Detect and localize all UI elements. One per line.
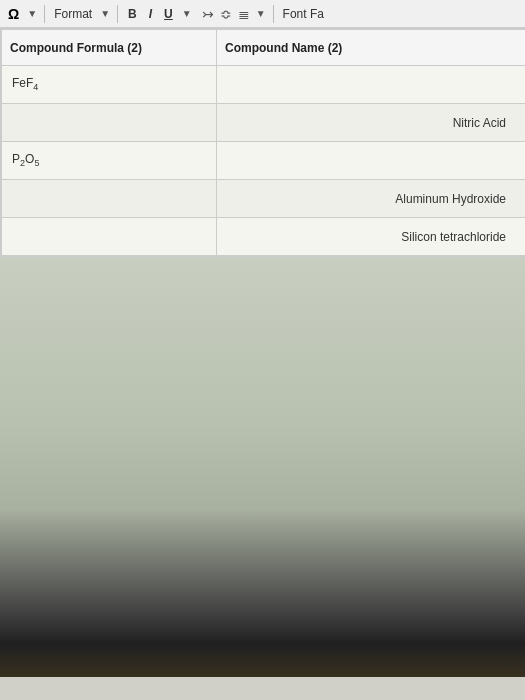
table-row: FeF4 [2, 66, 526, 104]
underline-button[interactable]: U [159, 6, 178, 22]
align-group: ↣ ≎ ≣ ▼ [200, 6, 268, 22]
toolbar: Ω ▼ Format ▼ B I U ▼ ↣ ≎ ≣ ▼ Font Fa [0, 0, 525, 28]
name-cell-1[interactable] [217, 66, 526, 104]
name-cell-2[interactable]: Nitric Acid [217, 104, 526, 142]
col-name-header[interactable]: Compound Name (2) [217, 30, 526, 66]
toolbar-divider-3 [273, 5, 274, 23]
format-label: Format [50, 7, 96, 21]
text-format-arrow[interactable]: ▼ [180, 8, 194, 19]
align-dropdown-arrow[interactable]: ▼ [254, 8, 268, 19]
table-row: Aluminum Hydroxide [2, 180, 526, 218]
toolbar-divider-2 [117, 5, 118, 23]
format-dropdown-arrow[interactable]: ▼ [98, 8, 112, 19]
formula-cell-2[interactable] [2, 104, 217, 142]
table-row: Silicon tetrachloride [2, 218, 526, 256]
bottom-background [0, 257, 525, 677]
font-label: Font Fa [283, 7, 324, 21]
name-cell-5[interactable]: Silicon tetrachloride [217, 218, 526, 256]
name-cell-4[interactable]: Aluminum Hydroxide [217, 180, 526, 218]
data-table: Compound Formula (2) Compound Name (2) F… [1, 29, 525, 256]
align-left-button[interactable]: ↣ [200, 6, 216, 22]
formula-cell-5[interactable] [2, 218, 217, 256]
omega-button[interactable]: Ω [4, 6, 23, 22]
table-row: P2O5 [2, 142, 526, 180]
toolbar-dropdown-arrow[interactable]: ▼ [25, 8, 39, 19]
italic-button[interactable]: I [144, 6, 157, 22]
bold-button[interactable]: B [123, 6, 142, 22]
formula-cell-1[interactable]: FeF4 [2, 66, 217, 104]
formula-cell-4[interactable] [2, 180, 217, 218]
table-header-row: Compound Formula (2) Compound Name (2) [2, 30, 526, 66]
table-row: Nitric Acid [2, 104, 526, 142]
align-center-button[interactable]: ≎ [218, 6, 234, 22]
col-formula-header[interactable]: Compound Formula (2) [2, 30, 217, 66]
formula-cell-3[interactable]: P2O5 [2, 142, 217, 180]
toolbar-divider-1 [44, 5, 45, 23]
spreadsheet: Compound Formula (2) Compound Name (2) F… [0, 28, 525, 257]
align-right-button[interactable]: ≣ [236, 6, 252, 22]
name-cell-3[interactable] [217, 142, 526, 180]
